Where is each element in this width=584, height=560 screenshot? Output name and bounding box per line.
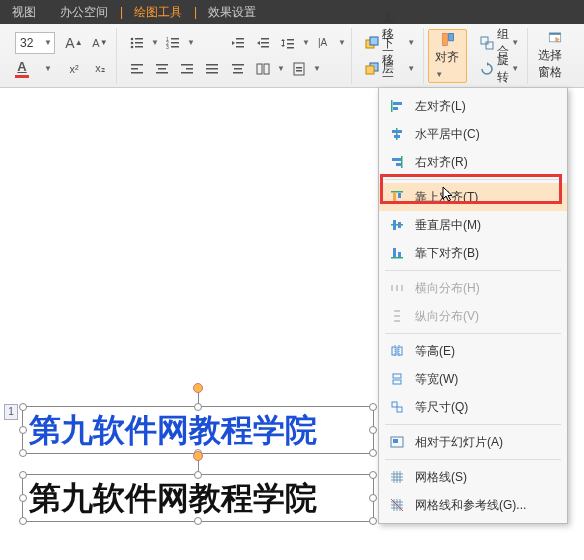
menu-align-bottom[interactable]: 靠下对齐(B) <box>379 239 567 267</box>
svg-rect-84 <box>393 439 398 443</box>
bullets-button[interactable] <box>125 31 149 55</box>
svg-rect-54 <box>393 102 402 105</box>
send-backward-button[interactable]: 下移一层▼ <box>360 57 419 81</box>
bullets-dropdown[interactable]: ▼ <box>150 31 160 55</box>
svg-rect-60 <box>392 158 401 161</box>
rotation-handle[interactable] <box>193 451 203 461</box>
svg-rect-5 <box>135 46 143 48</box>
menu-label: 等尺寸(Q) <box>415 399 468 416</box>
tab-drawing-tools[interactable]: 绘图工具 <box>122 0 194 24</box>
resize-handle[interactable] <box>19 449 27 457</box>
menu-label: 网格线(S) <box>415 469 467 486</box>
svg-rect-80 <box>393 380 401 384</box>
tab-effects[interactable]: 效果设置 <box>196 0 268 24</box>
rotation-handle[interactable] <box>193 383 203 393</box>
resize-handle[interactable] <box>194 517 202 525</box>
align-button[interactable]: 对齐 ▼ <box>428 29 467 83</box>
numbering-button[interactable]: 123 <box>161 31 185 55</box>
menu-align-left[interactable]: 左对齐(L) <box>379 92 567 120</box>
menu-equal-size[interactable]: 等尺寸(Q) <box>379 393 567 421</box>
resize-handle[interactable] <box>19 403 27 411</box>
resize-handle[interactable] <box>369 494 377 502</box>
subscript-button[interactable]: x₂ <box>88 57 112 81</box>
line-spacing-dropdown[interactable]: ▼ <box>301 31 311 55</box>
selection-pane-button[interactable]: 选择窗格 <box>532 29 578 83</box>
menu-grid-and-guides[interactable]: 网格线和参考线(G)... <box>379 491 567 519</box>
align-left-button[interactable] <box>125 57 149 81</box>
vertical-align-dropdown[interactable]: ▼ <box>312 57 322 81</box>
font-size-select[interactable]: 32▼ <box>10 31 60 55</box>
menu-equal-width[interactable]: 等宽(W) <box>379 365 567 393</box>
decrease-font-icon[interactable]: A▼ <box>88 31 112 55</box>
resize-handle[interactable] <box>369 426 377 434</box>
svg-rect-30 <box>283 40 284 46</box>
resize-handle[interactable] <box>369 449 377 457</box>
align-distribute-button[interactable] <box>226 57 250 81</box>
vertical-align-button[interactable] <box>287 57 311 81</box>
selection-pane-icon <box>544 31 566 45</box>
resize-handle[interactable] <box>19 494 27 502</box>
text-direction-dropdown[interactable]: ▼ <box>337 31 347 55</box>
svg-rect-73 <box>401 285 403 291</box>
menu-equal-height[interactable]: 等高(E) <box>379 337 567 365</box>
menu-gridlines[interactable]: 网格线(S) <box>379 463 567 491</box>
svg-rect-75 <box>394 315 400 317</box>
align-center-button[interactable] <box>150 57 174 81</box>
svg-rect-49 <box>481 37 488 44</box>
svg-rect-81 <box>392 402 397 407</box>
menu-label: 左对齐(L) <box>415 98 466 115</box>
svg-rect-42 <box>296 70 302 72</box>
resize-handle[interactable] <box>19 426 27 434</box>
resize-handle[interactable] <box>369 403 377 411</box>
rotate-button[interactable]: 旋转▼ <box>475 57 523 81</box>
increase-font-icon[interactable]: A▲ <box>62 31 86 55</box>
resize-handle[interactable] <box>369 517 377 525</box>
textbox-2[interactable]: 第九软件网教程学院 <box>22 474 374 522</box>
resize-handle[interactable] <box>19 471 27 479</box>
svg-rect-47 <box>442 33 447 45</box>
line-spacing-button[interactable] <box>276 31 300 55</box>
resize-handle[interactable] <box>194 471 202 479</box>
svg-rect-36 <box>234 68 242 70</box>
menu-distribute-h: 横向分布(H) <box>379 274 567 302</box>
svg-rect-67 <box>398 222 401 228</box>
svg-rect-19 <box>186 68 193 70</box>
tab-office[interactable]: 办公空间 <box>48 0 120 24</box>
text-direction-button[interactable]: |A <box>312 31 336 55</box>
svg-rect-38 <box>257 64 262 74</box>
align-justify-button[interactable] <box>200 57 224 81</box>
svg-rect-3 <box>135 42 143 44</box>
menu-align-right[interactable]: 右对齐(R) <box>379 148 567 176</box>
font-color-button[interactable]: A <box>10 57 34 81</box>
svg-point-2 <box>131 41 134 44</box>
resize-handle[interactable] <box>194 403 202 411</box>
superscript-button[interactable]: x² <box>62 57 86 81</box>
decrease-indent-button[interactable] <box>226 31 250 55</box>
svg-rect-68 <box>391 257 403 259</box>
svg-rect-39 <box>264 64 269 74</box>
svg-rect-12 <box>131 64 143 66</box>
svg-rect-53 <box>391 100 393 112</box>
tab-view[interactable]: 视图 <box>0 0 48 24</box>
svg-rect-31 <box>287 39 294 41</box>
resize-handle[interactable] <box>369 471 377 479</box>
increase-indent-button[interactable] <box>251 31 275 55</box>
font-color-dropdown[interactable]: ▼ <box>36 57 60 81</box>
menu-align-top[interactable]: 靠上对齐(T) <box>379 183 567 211</box>
columns-dropdown[interactable]: ▼ <box>276 57 286 81</box>
svg-rect-26 <box>236 46 244 48</box>
svg-text:|A: |A <box>318 37 328 48</box>
menu-align-middle-v[interactable]: 垂直居中(M) <box>379 211 567 239</box>
textbox-1[interactable]: 第九软件网教程学院 <box>22 406 374 454</box>
resize-handle[interactable] <box>19 517 27 525</box>
align-right-button[interactable] <box>175 57 199 81</box>
menu-relative-to-slide[interactable]: 相对于幻灯片(A) <box>379 428 567 456</box>
svg-rect-24 <box>236 38 244 40</box>
menu-separator <box>385 459 561 460</box>
menu-separator <box>385 179 561 180</box>
numbering-dropdown[interactable]: ▼ <box>186 31 196 55</box>
svg-rect-61 <box>396 163 401 166</box>
menu-align-center-h[interactable]: 水平居中(C) <box>379 120 567 148</box>
svg-rect-14 <box>131 72 143 74</box>
columns-button[interactable] <box>251 57 275 81</box>
